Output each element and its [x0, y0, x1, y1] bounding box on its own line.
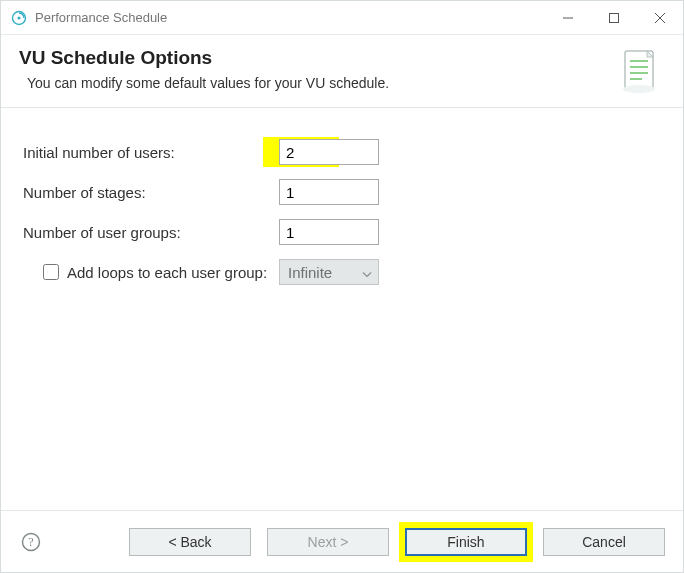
- initial-users-label: Initial number of users:: [19, 144, 279, 161]
- chevron-down-icon: [362, 264, 372, 281]
- svg-text:?: ?: [28, 535, 33, 549]
- finish-button-wrap: Finish: [405, 528, 527, 556]
- initial-users-input-wrap: [279, 139, 379, 165]
- row-groups: Number of user groups:: [19, 212, 665, 252]
- loops-select: Infinite: [279, 259, 379, 285]
- svg-point-1: [17, 16, 20, 19]
- finish-button-label: Finish: [447, 534, 484, 550]
- back-button-label: < Back: [168, 534, 211, 550]
- row-stages: Number of stages:: [19, 172, 665, 212]
- close-button[interactable]: [637, 1, 683, 35]
- title-bar: Performance Schedule: [1, 1, 683, 35]
- initial-users-input[interactable]: [279, 139, 379, 165]
- cancel-button-label: Cancel: [582, 534, 626, 550]
- stages-input-wrap: [279, 179, 379, 205]
- page-subheading: You can modify some default values for y…: [19, 75, 607, 91]
- loops-checkbox[interactable]: [43, 264, 59, 280]
- stages-label: Number of stages:: [19, 184, 279, 201]
- help-button[interactable]: ?: [19, 530, 43, 554]
- groups-input[interactable]: [279, 219, 379, 245]
- dialog-window: Performance Schedule VU Schedule Options…: [0, 0, 684, 573]
- svg-rect-3: [610, 13, 619, 22]
- back-button[interactable]: < Back: [129, 528, 251, 556]
- loops-select-value: Infinite: [288, 264, 332, 281]
- minimize-button[interactable]: [545, 1, 591, 35]
- loops-label: Add loops to each user group:: [67, 264, 279, 281]
- form-area: Initial number of users: Number of stage…: [1, 108, 683, 510]
- row-loops: Add loops to each user group: Infinite: [19, 252, 665, 292]
- svg-point-11: [623, 85, 655, 93]
- maximize-button[interactable]: [591, 1, 637, 35]
- next-button-label: Next >: [308, 534, 349, 550]
- header-text-block: VU Schedule Options You can modify some …: [19, 47, 607, 91]
- button-bar: ? < Back Next > Finish Cancel: [1, 510, 683, 572]
- finish-button[interactable]: Finish: [405, 528, 527, 556]
- window-title: Performance Schedule: [35, 10, 167, 25]
- stages-input[interactable]: [279, 179, 379, 205]
- loops-select-wrap: Infinite: [279, 259, 379, 285]
- groups-input-wrap: [279, 219, 379, 245]
- app-icon: [11, 10, 27, 26]
- page-heading: VU Schedule Options: [19, 47, 607, 69]
- cancel-button[interactable]: Cancel: [543, 528, 665, 556]
- groups-label: Number of user groups:: [19, 224, 279, 241]
- wizard-header: VU Schedule Options You can modify some …: [1, 35, 683, 108]
- row-initial-users: Initial number of users:: [19, 132, 665, 172]
- schedule-doc-icon: [617, 47, 665, 95]
- next-button: Next >: [267, 528, 389, 556]
